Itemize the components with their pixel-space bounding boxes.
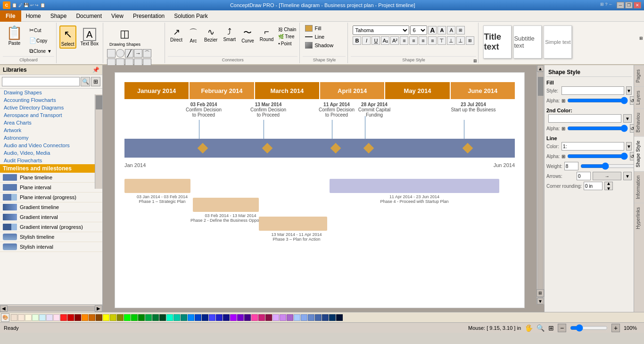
line-alpha-slider[interactable]	[567, 152, 628, 160]
color-swatch[interactable]	[74, 314, 81, 321]
shape-arrow[interactable]: →	[134, 49, 142, 58]
valign-mid-btn[interactable]: ⊥	[447, 36, 455, 45]
close-btn[interactable]: ✕	[634, 2, 641, 8]
line-alpha-reset[interactable]: ↺	[630, 152, 634, 160]
subscript-btn[interactable]: A₂	[381, 36, 389, 45]
align-left-btn[interactable]: ≡	[400, 36, 408, 45]
line-color-dropdown[interactable]: ▼	[626, 142, 632, 151]
color-swatch[interactable]	[46, 314, 53, 321]
color-swatch[interactable]	[67, 314, 74, 321]
shape-line[interactable]: ╱	[125, 49, 133, 58]
direct-button[interactable]: ↗ Direct	[168, 25, 185, 44]
diamond-2[interactable]	[262, 143, 273, 154]
text-extra-btn[interactable]: ⊞	[466, 36, 474, 45]
color-swatch[interactable]	[195, 314, 201, 321]
color-swatch[interactable]	[124, 314, 131, 321]
zoom-in-btn[interactable]: +	[611, 324, 620, 332]
restore-btn[interactable]: ❐	[625, 2, 633, 8]
fill-button[interactable]: Fill	[304, 25, 345, 32]
color-swatch[interactable]	[315, 314, 322, 321]
font-size-selector[interactable]: 6	[410, 25, 427, 35]
color-swatch[interactable]	[60, 314, 67, 321]
canvas-v-scrollbar[interactable]: ▲ ▼ ⊞	[537, 65, 544, 304]
color-swatch[interactable]	[322, 314, 329, 321]
diamond-3[interactable]	[330, 143, 341, 154]
color-swatch[interactable]	[181, 314, 187, 321]
menu-view[interactable]: View	[107, 10, 128, 22]
color-swatch[interactable]	[11, 314, 17, 321]
diamond-5[interactable]	[462, 143, 473, 154]
color-swatch[interactable]	[329, 314, 336, 321]
corner-rounding-input[interactable]	[584, 182, 603, 190]
valign-bot-btn[interactable]: ⊥	[456, 36, 465, 45]
font-shrink-btn[interactable]: A	[438, 26, 446, 34]
phase-1-bar[interactable]	[124, 179, 190, 193]
color-swatch[interactable]	[117, 314, 124, 321]
plane-timeline-item[interactable]: Plane timeline	[0, 173, 102, 183]
color-swatch[interactable]	[308, 314, 314, 321]
fill-alpha-reset[interactable]: ↺	[630, 96, 634, 105]
color-swatch[interactable]	[209, 314, 215, 321]
tab-layers[interactable]: Layers	[634, 86, 644, 109]
tab-hyperlinks[interactable]: Hyperlinks	[634, 203, 644, 233]
color-swatch[interactable]	[89, 314, 95, 321]
underline-btn[interactable]: U	[372, 36, 380, 45]
pin-icon[interactable]: 📌	[92, 67, 99, 73]
color-swatch[interactable]	[39, 314, 46, 321]
color-swatch[interactable]	[18, 314, 25, 321]
active-library-section[interactable]: Timelines and milestones ✕	[0, 164, 102, 173]
line-button[interactable]: Line	[304, 33, 345, 41]
color-swatch[interactable]	[152, 314, 159, 321]
plane-interval-item[interactable]: Plane interval	[0, 183, 102, 193]
color-swatch[interactable]	[301, 314, 307, 321]
second-color-dropdown[interactable]: ▼	[623, 114, 632, 123]
color-swatch[interactable]	[103, 314, 109, 321]
diamond-4[interactable]	[363, 143, 374, 154]
copy-button[interactable]: 📄 Copy	[27, 36, 54, 45]
superscript-btn[interactable]: A²	[390, 36, 399, 45]
color-swatch[interactable]	[230, 314, 237, 321]
color-swatch[interactable]	[251, 314, 258, 321]
lib-item-artwork[interactable]: Artwork	[0, 126, 102, 134]
arc-button[interactable]: ⌒ Arc	[186, 25, 201, 45]
paste-button[interactable]: 📋 Paste	[3, 24, 26, 47]
lib-h-scroll[interactable]: ◀ ▶	[0, 304, 102, 312]
lib-search-input[interactable]	[2, 77, 80, 86]
menu-document[interactable]: Document	[71, 10, 107, 22]
window-controls[interactable]: ⊞ ? ← ─ ❐ ✕	[600, 2, 641, 8]
textbox-button[interactable]: A Text Box	[78, 26, 101, 48]
fill-alpha-slider[interactable]	[567, 97, 628, 104]
second-color-input[interactable]	[548, 114, 621, 123]
diamond-1[interactable]	[198, 143, 208, 154]
lib-item-active-directory[interactable]: Active Directory Diagrams	[0, 104, 102, 111]
phase-4-bar[interactable]	[330, 179, 499, 193]
font-grow-btn[interactable]: A	[428, 26, 437, 34]
gradient-interval-progress-item[interactable]: Gradient interval (progress)	[0, 222, 102, 232]
menu-solution-park[interactable]: Solution Park	[169, 10, 212, 22]
align-right-btn[interactable]: ≡	[419, 36, 427, 45]
hand-tool-icon[interactable]: 🖐	[525, 324, 533, 332]
drawing-canvas[interactable]: January 2014 February 2014 March 2014 Ap…	[115, 72, 525, 308]
lib-item-aerospace[interactable]: Aerospace and Transport	[0, 111, 102, 119]
color-swatch[interactable]	[96, 314, 102, 321]
plane-interval-progress-item[interactable]: Plane interval (progress)	[0, 193, 102, 202]
second-alpha-slider[interactable]	[567, 125, 628, 132]
clone-button[interactable]: ⧉ Clone ▼	[27, 46, 54, 56]
menu-shape[interactable]: Shape	[46, 10, 72, 22]
shape-curve[interactable]: ⌒	[143, 49, 151, 58]
subtitle-style-btn[interactable]: Subtitle text	[513, 25, 542, 59]
color-swatch[interactable]	[237, 314, 244, 321]
select-button[interactable]: ↖ Select	[59, 25, 76, 49]
lib-scrollbar[interactable]	[95, 94, 102, 189]
zoom-out-btn[interactable]: −	[558, 324, 566, 332]
palette-icon[interactable]: 🎨	[1, 313, 9, 322]
lib-item-accounting[interactable]: Accounting Flowcharts	[0, 96, 102, 104]
color-swatch[interactable]	[131, 314, 138, 321]
shape-ellipse[interactable]	[116, 49, 124, 58]
tab-behaviour[interactable]: Behaviou	[634, 109, 644, 136]
font-style-btn[interactable]: A	[447, 26, 455, 34]
color-swatch[interactable]	[138, 314, 145, 321]
corner-rounding-up[interactable]: ▲▼	[604, 182, 613, 190]
canvas-corner-btn[interactable]: ⊞	[537, 289, 544, 297]
timeline-main-bar[interactable]	[124, 139, 515, 158]
